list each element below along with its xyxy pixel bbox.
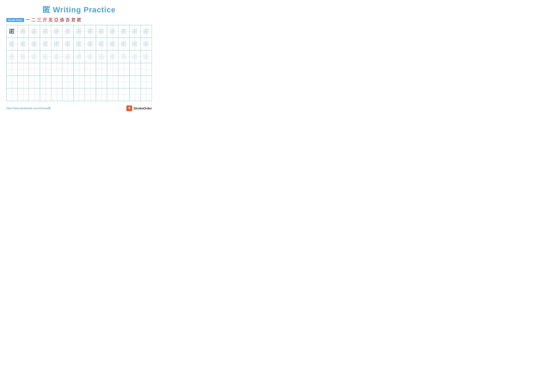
grid-cell-3-5: 匿 (51, 50, 62, 63)
grid-cell-6-7 (73, 88, 85, 101)
grid-cell-2-7: 匿 (73, 38, 85, 50)
grid-cell-5-13 (141, 76, 152, 88)
grid-cell-5-9 (96, 76, 107, 88)
grid-cell-3-6: 匿 (62, 50, 73, 63)
grid-cell-6-1 (7, 88, 18, 101)
stroke-2: 二 (31, 18, 36, 22)
grid-cell-3-11: 匿 (118, 50, 129, 63)
grid-cell-1-10: 匿 (107, 25, 118, 38)
stroke-4: 亓 (43, 18, 47, 22)
brand-icon: 字 (126, 106, 132, 111)
grid-cell-1-2: 匿 (18, 25, 29, 38)
grid-cell-3-4: 匿 (40, 50, 51, 63)
grid-cell-6-5 (51, 88, 62, 101)
grid-row-2: 匿 匿 匿 匿 匿 匿 匿 匿 匿 匿 匿 匿 匿 (7, 38, 152, 50)
grid-cell-5-12 (129, 76, 141, 88)
stroke-10: 匿 (77, 18, 81, 22)
grid-cell-2-3: 匿 (29, 38, 40, 50)
grid-cell-6-2 (18, 88, 29, 101)
grid-cell-1-11: 匿 (118, 25, 129, 38)
grid-cell-5-6 (62, 76, 73, 88)
grid-cell-2-2: 匿 (18, 38, 29, 50)
grid-cell-5-10 (107, 76, 118, 88)
grid-cell-1-9: 匿 (96, 25, 107, 38)
grid-cell-6-12 (129, 88, 141, 101)
grid-cell-4-11 (118, 63, 129, 76)
grid-cell-3-1: 匿 (7, 50, 18, 63)
footer: https://www.strokeorder.com/chinese/匿 字 … (6, 106, 152, 111)
grid-cell-1-4: 匿 (40, 25, 51, 38)
stroke-6: 亞 (54, 18, 58, 22)
grid-cell-6-9 (96, 88, 107, 101)
stroke-9: 君 (71, 18, 76, 22)
grid-cell-6-4 (40, 88, 51, 101)
grid-row-6 (7, 88, 152, 101)
footer-brand: 字 StrokeOrder (126, 106, 152, 111)
grid-cell-1-8: 匿 (85, 25, 96, 38)
grid-cell-6-10 (107, 88, 118, 101)
grid-cell-2-11: 匿 (118, 38, 129, 50)
stroke-1: 一 (26, 18, 30, 22)
stroke-chars: 一 二 三 亓 亙 亞 亟 吾 君 匿 (26, 18, 81, 22)
grid-cell-6-3 (29, 88, 40, 101)
grid-row-3: 匿 匿 匿 匿 匿 匿 匿 匿 匿 匿 匿 匿 匿 (7, 50, 152, 63)
grid-cell-1-12: 匿 (129, 25, 141, 38)
grid-row-5 (7, 76, 152, 88)
grid-cell-2-13: 匿 (141, 38, 152, 50)
grid-cell-4-8 (85, 63, 96, 76)
grid-cell-2-9: 匿 (96, 38, 107, 50)
grid-cell-5-1 (7, 76, 18, 88)
grid-cell-6-8 (85, 88, 96, 101)
grid-cell-5-11 (118, 76, 129, 88)
grid-cell-4-3 (29, 63, 40, 76)
grid-cell-5-4 (40, 76, 51, 88)
grid-cell-3-10: 匿 (107, 50, 118, 63)
grid-cell-2-12: 匿 (129, 38, 141, 50)
grid-cell-2-1: 匿 (7, 38, 18, 50)
grid-cell-4-5 (51, 63, 62, 76)
grid-cell-3-3: 匿 (29, 50, 40, 63)
practice-grid: 匿 匿 匿 匿 匿 匿 匿 匿 匿 匿 匿 匿 匿 匿 匿 匿 匿 匿 匿 匿 … (6, 25, 152, 101)
grid-cell-4-7 (73, 63, 85, 76)
grid-cell-2-6: 匿 (62, 38, 73, 50)
grid-cell-2-4: 匿 (40, 38, 51, 50)
grid-cell-3-8: 匿 (85, 50, 96, 63)
grid-cell-5-7 (73, 76, 85, 88)
grid-cell-5-3 (29, 76, 40, 88)
grid-cell-1-7: 匿 (73, 25, 85, 38)
grid-cell-4-12 (129, 63, 141, 76)
stroke-3: 三 (37, 18, 41, 22)
stroke-5: 亙 (48, 18, 53, 22)
grid-row-1: 匿 匿 匿 匿 匿 匿 匿 匿 匿 匿 匿 匿 匿 (7, 25, 152, 38)
grid-cell-4-13 (141, 63, 152, 76)
page-title: 匿 Writing Practice (6, 5, 152, 15)
grid-cell-4-1 (7, 63, 18, 76)
grid-cell-5-5 (51, 76, 62, 88)
grid-cell-4-2 (18, 63, 29, 76)
grid-cell-1-5: 匿 (51, 25, 62, 38)
grid-cell-4-6 (62, 63, 73, 76)
grid-cell-4-4 (40, 63, 51, 76)
grid-cell-2-10: 匿 (107, 38, 118, 50)
stroke-order-row: Stroke Order 一 二 三 亓 亙 亞 亟 吾 君 匿 (6, 18, 152, 22)
grid-cell-3-7: 匿 (73, 50, 85, 63)
grid-cell-2-8: 匿 (85, 38, 96, 50)
grid-cell-2-5: 匿 (51, 38, 62, 50)
grid-cell-3-2: 匿 (18, 50, 29, 63)
stroke-8: 吾 (66, 18, 70, 22)
brand-name: StrokeOrder (133, 107, 152, 110)
grid-cell-4-10 (107, 63, 118, 76)
footer-url[interactable]: https://www.strokeorder.com/chinese/匿 (6, 107, 51, 110)
stroke-7: 亟 (60, 18, 64, 22)
stroke-order-badge: Stroke Order (6, 18, 24, 22)
grid-cell-1-6: 匿 (62, 25, 73, 38)
grid-cell-5-8 (85, 76, 96, 88)
grid-cell-6-13 (141, 88, 152, 101)
grid-cell-5-2 (18, 76, 29, 88)
grid-cell-6-6 (62, 88, 73, 101)
grid-cell-3-13: 匿 (141, 50, 152, 63)
grid-cell-1-3: 匿 (29, 25, 40, 38)
grid-cell-1-1: 匿 (7, 25, 18, 38)
grid-cell-3-9: 匿 (96, 50, 107, 63)
grid-cell-6-11 (118, 88, 129, 101)
